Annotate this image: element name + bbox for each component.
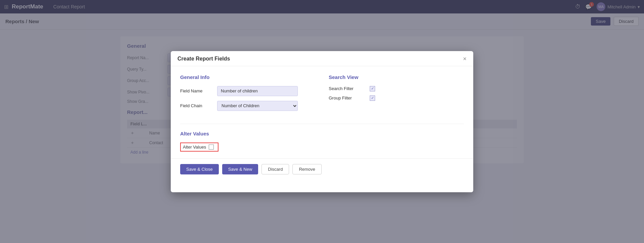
save-new-button[interactable]: Save & New [222,164,258,174]
search-filter-row: Search Filter ✓ [329,86,464,91]
alter-values-checkbox[interactable] [209,145,214,150]
group-filter-checkbox[interactable]: ✓ [370,95,375,101]
modal-close-button[interactable]: × [463,56,467,62]
alter-values-row: Alter Values [180,143,464,152]
modal-footer: Save & Close Save & New Discard Remove [171,158,473,181]
field-name-label: Field Name [180,88,214,93]
modal-body: General Info Field Name Field Chain Numb… [171,66,473,158]
field-chain-row: Field Chain Number of Children [180,101,315,111]
modal-dialog: Create Report Fields × General Info Fiel… [171,51,473,192]
alter-values-section: Alter Values Alter Values [180,124,464,152]
general-info-col: General Info Field Name Field Chain Numb… [180,74,315,116]
field-name-row: Field Name [180,86,315,96]
field-chain-label: Field Chain [180,103,214,108]
save-close-button[interactable]: Save & Close [180,164,219,174]
general-info-title: General Info [180,74,315,80]
alter-values-title: Alter Values [180,131,464,136]
search-filter-label: Search Filter [329,86,366,91]
discard-modal-button[interactable]: Discard [261,164,289,174]
group-filter-row: Group Filter ✓ [329,95,464,101]
field-chain-select[interactable]: Number of Children [217,101,298,111]
remove-button[interactable]: Remove [292,164,321,174]
search-view-col: Search View Search Filter ✓ Group Filter… [329,74,464,116]
alter-values-label: Alter Values [183,145,206,150]
group-filter-label: Group Filter [329,95,366,100]
modal-columns: General Info Field Name Field Chain Numb… [180,74,464,116]
field-name-input[interactable] [217,86,298,96]
modal-header: Create Report Fields × [171,51,473,66]
alter-values-checkbox-wrapper: Alter Values [180,143,218,152]
search-view-title: Search View [329,74,464,80]
modal-title: Create Report Fields [177,56,230,62]
search-filter-checkbox[interactable]: ✓ [370,86,375,91]
